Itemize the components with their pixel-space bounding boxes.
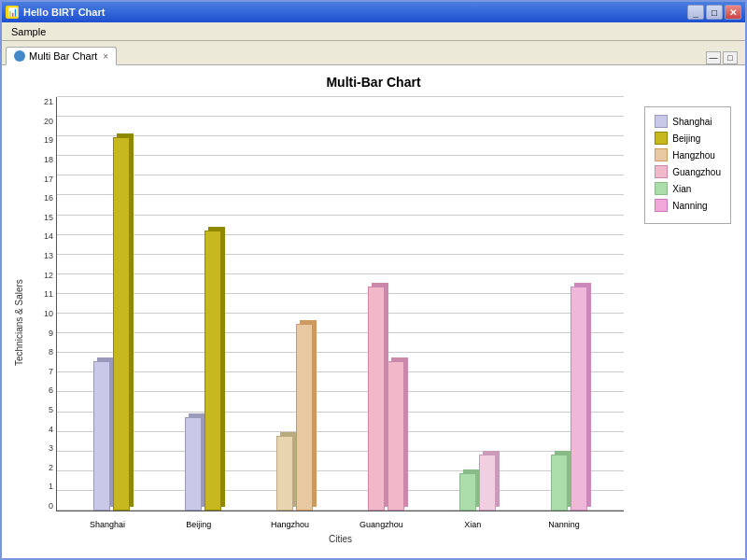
chart-inner: 0123456789101112131415161718192021Cities… bbox=[28, 97, 736, 549]
y-tick-label: 19 bbox=[27, 135, 53, 145]
y-tick-label: 13 bbox=[27, 251, 53, 260]
minimize-button[interactable]: _ bbox=[687, 5, 704, 20]
x-tick-label: Hangzhou bbox=[262, 520, 318, 529]
legend-label: Shanghai bbox=[672, 117, 712, 127]
bar-fill bbox=[459, 473, 476, 511]
y-tick-label: 6 bbox=[27, 385, 53, 395]
x-tick-label: Nanning bbox=[536, 520, 592, 529]
legend-color-swatch bbox=[655, 199, 668, 212]
legend-color-swatch bbox=[655, 115, 668, 128]
y-tick-label: 21 bbox=[27, 97, 53, 106]
chart-container: Technicians & Salers 0123456789101112131… bbox=[11, 97, 736, 549]
bar bbox=[388, 361, 404, 511]
y-tick-label: 18 bbox=[27, 155, 53, 164]
bar bbox=[204, 231, 221, 511]
window-controls: _ □ ✕ bbox=[687, 5, 741, 20]
maximize-view-icon[interactable]: □ bbox=[723, 51, 738, 64]
tab-icon bbox=[14, 50, 25, 62]
y-tick-label: 4 bbox=[27, 425, 53, 434]
bar bbox=[276, 436, 293, 511]
x-axis-title: Cities bbox=[329, 534, 352, 544]
x-tick-label: Guangzhou bbox=[353, 520, 409, 529]
legend-label: Nanning bbox=[672, 201, 707, 211]
y-tick-label: 7 bbox=[27, 367, 53, 376]
content-area: Multi-Bar Chart Technicians & Salers 012… bbox=[2, 65, 745, 558]
bar-fill bbox=[113, 137, 130, 511]
legend-color-swatch bbox=[655, 132, 668, 145]
bar bbox=[93, 361, 110, 511]
bar bbox=[551, 455, 568, 511]
x-axis-labels: ShanghaiBeijingHangzhouGuangzhouXianNann… bbox=[57, 520, 624, 529]
chart-legend: ShanghaiBeijingHangzhouGuangzhouXianNann… bbox=[644, 106, 731, 224]
y-tick-label: 0 bbox=[27, 501, 53, 511]
main-window: 📊 Hello BIRT Chart _ □ ✕ Sample Multi Ba… bbox=[0, 0, 747, 560]
y-tick-label: 9 bbox=[27, 329, 53, 338]
toolbar-right: — □ bbox=[706, 51, 741, 64]
menu-sample[interactable]: Sample bbox=[6, 24, 51, 39]
bar bbox=[368, 287, 385, 511]
bar bbox=[185, 417, 202, 511]
bars-wrapper bbox=[57, 97, 624, 511]
legend-color-swatch bbox=[655, 182, 668, 195]
city-group bbox=[185, 231, 221, 511]
minimize-view-icon[interactable]: — bbox=[706, 51, 721, 64]
bar-fill bbox=[551, 455, 568, 511]
window-title: Hello BIRT Chart bbox=[23, 7, 687, 18]
title-bar: 📊 Hello BIRT Chart _ □ ✕ bbox=[2, 2, 745, 22]
city-group bbox=[368, 287, 404, 511]
legend-label: Xian bbox=[672, 184, 691, 194]
bar-fill bbox=[276, 436, 293, 511]
city-group bbox=[551, 287, 587, 511]
city-group bbox=[93, 137, 130, 511]
maximize-button[interactable]: □ bbox=[706, 5, 723, 20]
y-tick-label: 8 bbox=[27, 347, 53, 357]
y-tick-label: 3 bbox=[27, 443, 53, 453]
y-tick-label: 2 bbox=[27, 463, 53, 472]
y-tick-label: 15 bbox=[27, 213, 53, 222]
app-icon: 📊 bbox=[6, 6, 19, 19]
legend-item: Hangzhou bbox=[655, 148, 721, 161]
bar-fill bbox=[388, 361, 404, 511]
legend-label: Guangzhou bbox=[672, 167, 721, 177]
y-tick-label: 20 bbox=[27, 117, 53, 126]
bar-fill bbox=[204, 231, 221, 511]
x-tick-label: Beijing bbox=[171, 520, 227, 529]
y-tick-label: 14 bbox=[27, 231, 53, 241]
y-tick-label: 1 bbox=[27, 482, 53, 491]
city-group bbox=[459, 455, 496, 511]
bar-fill bbox=[185, 417, 202, 511]
close-button[interactable]: ✕ bbox=[725, 5, 741, 20]
y-tick-label: 16 bbox=[27, 193, 53, 203]
y-axis-ticks: 0123456789101112131415161718192021 bbox=[27, 97, 53, 511]
legend-label: Beijing bbox=[672, 133, 700, 144]
y-tick-label: 5 bbox=[27, 405, 53, 414]
x-tick-label: Xian bbox=[444, 520, 500, 529]
tab-bar: Multi Bar Chart × — □ bbox=[2, 41, 745, 65]
legend-item: Shanghai bbox=[655, 115, 721, 128]
chart-title: Multi-Bar Chart bbox=[11, 75, 736, 90]
bar bbox=[479, 455, 496, 511]
city-group bbox=[276, 324, 313, 511]
legend-item: Xian bbox=[655, 182, 721, 195]
y-tick-label: 17 bbox=[27, 175, 53, 184]
tab-close-icon[interactable]: × bbox=[103, 51, 108, 62]
legend-label: Hangzhou bbox=[672, 150, 715, 161]
bar bbox=[296, 324, 313, 511]
x-tick-label: Shanghai bbox=[79, 520, 135, 529]
legend-color-swatch bbox=[655, 148, 668, 161]
bar bbox=[113, 137, 130, 511]
bar bbox=[571, 287, 587, 511]
bar-fill bbox=[479, 455, 496, 511]
legend-color-swatch bbox=[655, 165, 668, 178]
bar-fill bbox=[93, 361, 110, 511]
legend-item: Nanning bbox=[655, 199, 721, 212]
y-tick-label: 11 bbox=[27, 289, 53, 299]
menu-bar: Sample bbox=[2, 22, 745, 41]
bar-fill bbox=[571, 287, 587, 511]
legend-item: Guangzhou bbox=[655, 165, 721, 178]
tab-multi-bar-chart[interactable]: Multi Bar Chart × bbox=[6, 47, 117, 65]
tab-label: Multi Bar Chart bbox=[29, 50, 97, 62]
bar-fill bbox=[296, 324, 313, 511]
bar bbox=[459, 473, 476, 511]
bar-fill bbox=[368, 287, 385, 511]
